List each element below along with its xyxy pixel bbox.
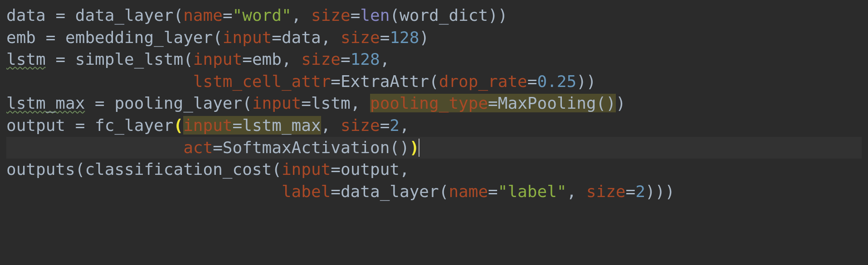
paren: )) xyxy=(488,6,507,24)
code-line: lstm_cell_attr=ExtraAttr(drop_rate=0.25)… xyxy=(6,72,596,91)
number: 2 xyxy=(635,182,645,201)
variable: emb xyxy=(6,28,36,47)
code-editor[interactable]: data = data_layer(name="word", size=len(… xyxy=(0,0,868,207)
matched-bracket-open: ( xyxy=(173,116,183,135)
identifier: data xyxy=(282,28,321,47)
kwarg: input xyxy=(193,50,242,68)
code-line: output = fc_layer(input=lstm_max, size=2… xyxy=(6,116,410,135)
comma: , xyxy=(321,28,341,47)
kwarg: pooling_type xyxy=(370,94,488,112)
code-line: label=data_layer(name="label", size=2))) xyxy=(6,182,675,201)
code-line: emb = embedding_layer(input=data, size=1… xyxy=(6,28,429,47)
function-call: classification_cost xyxy=(85,160,272,178)
operator: = xyxy=(351,6,361,24)
kwarg: size xyxy=(341,28,380,47)
kwarg: input xyxy=(282,160,331,178)
code-line: outputs(classification_cost(input=output… xyxy=(6,160,410,178)
operator: = xyxy=(331,182,341,201)
function-call: fc_layer xyxy=(95,116,173,135)
paren: ( xyxy=(439,182,449,201)
operator: = xyxy=(626,182,636,201)
paren: ( xyxy=(213,28,223,47)
function-call: simple_lstm xyxy=(75,50,183,68)
search-highlight: pooling_type=MaxPooling() xyxy=(370,94,616,112)
comma: , xyxy=(566,182,586,201)
paren: () xyxy=(390,138,409,157)
matched-bracket-close: ) xyxy=(410,138,419,157)
number: 0.25 xyxy=(537,72,576,91)
kwarg: label xyxy=(282,182,331,201)
comma: , xyxy=(400,116,410,135)
paren: ) xyxy=(616,94,626,112)
variable: lstm xyxy=(6,50,46,68)
code-line: data = data_layer(name="word", size=len(… xyxy=(6,6,508,24)
paren: ) xyxy=(419,28,429,47)
paren: () xyxy=(596,94,616,112)
operator: = xyxy=(272,28,282,47)
operator: = xyxy=(223,6,233,24)
paren: )) xyxy=(576,72,596,91)
operator: = xyxy=(85,94,114,112)
identifier: lstm xyxy=(311,94,351,112)
kwarg: input xyxy=(183,116,232,135)
variable: data xyxy=(6,6,46,24)
operator: = xyxy=(301,94,311,112)
code-line: lstm_max = pooling_layer(input=lstm, poo… xyxy=(6,94,626,112)
kwarg: name xyxy=(449,182,488,201)
paren: ( xyxy=(173,6,183,24)
operator: = xyxy=(380,116,390,135)
string-literal: "label" xyxy=(498,182,567,201)
operator: = xyxy=(488,182,498,201)
identifier: lstm_max xyxy=(242,116,321,135)
function-call: data_layer xyxy=(75,6,174,24)
kwarg: input xyxy=(252,94,301,112)
identifier: emb xyxy=(252,50,282,68)
operator: = xyxy=(341,50,351,68)
comma: , xyxy=(321,116,341,135)
function-call: outputs xyxy=(6,160,75,178)
number: 128 xyxy=(351,50,380,68)
operator: = xyxy=(488,94,498,112)
operator: = xyxy=(233,116,243,135)
function-call: data_layer xyxy=(341,182,439,201)
comma: , xyxy=(380,50,390,68)
class-name: ExtraAttr xyxy=(341,72,429,91)
paren: ( xyxy=(75,160,85,178)
indent xyxy=(6,138,183,157)
operator: = xyxy=(331,160,341,178)
identifier: word_dict xyxy=(400,6,488,24)
number: 2 xyxy=(390,116,400,135)
kwarg: size xyxy=(311,6,351,24)
operator: = xyxy=(380,28,390,47)
operator: = xyxy=(65,116,95,135)
string-literal: "word" xyxy=(233,6,292,24)
paren: ( xyxy=(272,160,282,178)
operator: = xyxy=(527,72,537,91)
identifier: output xyxy=(341,160,400,178)
operator: = xyxy=(46,6,75,24)
comma: , xyxy=(292,6,311,24)
kwarg: input xyxy=(223,28,272,47)
operator: = xyxy=(46,50,75,68)
indent xyxy=(6,72,193,91)
indent xyxy=(6,182,282,201)
paren: ( xyxy=(390,6,400,24)
comma: , xyxy=(400,160,410,178)
operator: = xyxy=(213,138,223,157)
kwarg: size xyxy=(301,50,341,68)
class-name: SoftmaxActivation xyxy=(223,138,390,157)
variable: lstm_max xyxy=(6,94,85,112)
number: 128 xyxy=(390,28,419,47)
kwarg: drop_rate xyxy=(439,72,527,91)
paren: ))) xyxy=(645,182,675,201)
class-name: MaxPooling xyxy=(498,94,596,112)
comma: , xyxy=(282,50,301,68)
paren: ( xyxy=(429,72,439,91)
variable: output xyxy=(6,116,65,135)
current-line: act=SoftmaxActivation()) xyxy=(6,137,862,159)
paren: ( xyxy=(242,94,252,112)
operator: = xyxy=(331,72,341,91)
comma: , xyxy=(351,94,370,112)
operator: = xyxy=(242,50,252,68)
kwarg: name xyxy=(183,6,223,24)
